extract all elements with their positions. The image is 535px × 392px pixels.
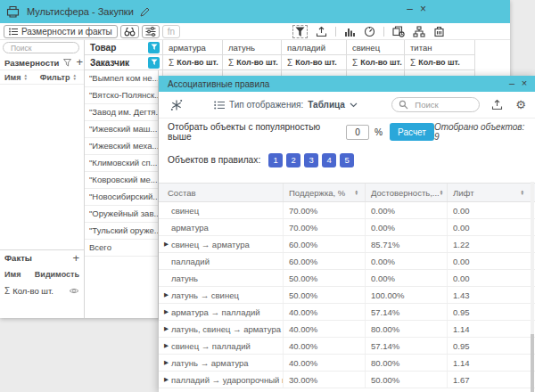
- expander-icon[interactable]: ▶: [164, 308, 171, 315]
- pivot-measure-cell[interactable]: ΣКол-во шт.: [282, 55, 347, 70]
- rules-settings-icon[interactable]: [169, 98, 184, 112]
- pivot-row-label[interactable]: "Вымпел ком не...: [85, 70, 158, 87]
- rule-name: арматура: [171, 223, 209, 233]
- name-column-label[interactable]: Имя: [4, 73, 21, 82]
- rule-name: палладий → ударопрочный п...: [171, 375, 284, 385]
- rules-table-row[interactable]: ▶латунь, свинец → арматура40.00%80.00%1.…: [159, 321, 535, 338]
- dimensions-facts-button[interactable]: Размерности и факты: [4, 25, 118, 38]
- rule-objects-count-button[interactable]: 4: [322, 153, 336, 167]
- rule-support: 50.00%: [284, 287, 366, 303]
- pivot-column-header[interactable]: арматура: [163, 40, 223, 55]
- fn-button[interactable]: fn: [162, 25, 180, 38]
- minimize-button[interactable]: –: [404, 2, 416, 16]
- header-sostav[interactable]: Состав: [159, 184, 284, 201]
- chart-button[interactable]: [344, 27, 356, 37]
- toolbar-divider: [335, 27, 336, 37]
- rules-table-row[interactable]: ▶палладий → ударопрочный п...30.00%50.00…: [159, 372, 535, 388]
- export-button[interactable]: [316, 26, 327, 37]
- scrollbar-thumb[interactable]: [531, 334, 534, 392]
- calculate-button[interactable]: Расчет: [390, 123, 434, 141]
- rules-table-row[interactable]: ▶свинец → арматура60.00%85.71%1.22: [159, 236, 535, 253]
- rules-table-row[interactable]: ▶латунь → арматура40.00%80.00%1.14: [159, 355, 535, 372]
- modal-export-button[interactable]: [491, 99, 503, 110]
- pivot-row-label[interactable]: "Тульский оруже...: [85, 223, 158, 240]
- rule-support: 70.00%: [284, 219, 366, 235]
- add-dimension-button[interactable]: +: [76, 58, 83, 67]
- sort-icon[interactable]: ▲▼: [440, 190, 443, 196]
- pivot-row-label[interactable]: "Ижевский маш...: [85, 121, 158, 138]
- modal-search-input[interactable]: [413, 99, 479, 110]
- pivot-column-header[interactable]: палладий: [282, 40, 347, 55]
- filter-toolbar-button[interactable]: [292, 25, 308, 38]
- popularity-threshold-input[interactable]: [346, 125, 369, 140]
- search-input[interactable]: [3, 42, 79, 53]
- pivot-measure-cell[interactable]: ΣКол-во шт.: [347, 55, 405, 70]
- pivot-column-header[interactable]: свинец: [347, 40, 405, 55]
- expander-icon[interactable]: ▶: [164, 241, 171, 248]
- rule-objects-count-button[interactable]: 3: [304, 153, 318, 167]
- sort-icon[interactable]: ▲▼: [521, 190, 524, 196]
- rules-table-row[interactable]: ▶свинец70.00%0.00%0.00: [159, 202, 535, 219]
- expander-icon[interactable]: ▶: [164, 325, 171, 332]
- rule-confidence: 80.00%: [366, 321, 448, 337]
- fact-row[interactable]: Σ Кол-во шт.: [0, 283, 84, 298]
- header-confidence[interactable]: Достоверность,... ▲▼: [366, 184, 448, 201]
- modal-search[interactable]: [391, 97, 480, 112]
- funnel-outline-icon[interactable]: [63, 59, 71, 67]
- filter-chip-icon[interactable]: [148, 57, 160, 69]
- pivot-row-label[interactable]: "Оружейный зав...: [85, 206, 158, 223]
- rules-table-row[interactable]: ▶свинец → палладий40.00%57.14%0.95: [159, 338, 535, 355]
- rules-table-row[interactable]: ▶латунь → свинец50.00%100.00%1.43: [159, 287, 535, 304]
- rule-objects-count-button[interactable]: 5: [340, 153, 354, 167]
- visibility-eye-icon[interactable]: [69, 287, 79, 295]
- archive-button[interactable]: [433, 26, 445, 37]
- edit-title-icon[interactable]: [140, 7, 150, 17]
- sort-icon[interactable]: ▲▼: [355, 190, 358, 196]
- modal-scrollbar[interactable]: [531, 182, 534, 392]
- gauge-button[interactable]: [364, 26, 375, 37]
- rule-objects-count-button[interactable]: 2: [286, 153, 300, 167]
- rules-table-row[interactable]: ▶палладий60.00%0.00%0.00: [159, 253, 535, 270]
- gear-icon[interactable]: ⚙: [515, 99, 526, 110]
- rules-table-row[interactable]: ▶арматура → палладий40.00%57.14%0.95: [159, 304, 535, 321]
- header-lift[interactable]: Лифт ▲▼: [448, 184, 531, 201]
- pivot-row-label[interactable]: "Климовский сп...: [85, 155, 158, 172]
- filter-chip-icon[interactable]: [148, 42, 160, 53]
- expander-icon[interactable]: ▶: [164, 342, 171, 349]
- sort-icon[interactable]: ▲▼: [23, 74, 27, 80]
- sort-icon[interactable]: ▲▼: [72, 74, 76, 80]
- pivot-row-label[interactable]: "Завод им. Дегтя...: [85, 104, 158, 121]
- rules-table-row[interactable]: ▶арматура70.00%0.00%0.00: [159, 219, 535, 236]
- modal-minimize-button[interactable]: –: [506, 77, 517, 90]
- pivot-measure-cell[interactable]: ΣКол-во шт.: [405, 55, 475, 70]
- pivot-row-label[interactable]: "Ковровский ме...: [85, 172, 158, 189]
- search-objects-button[interactable]: [120, 25, 139, 38]
- pivot-dim-tovar[interactable]: Товар: [85, 40, 163, 55]
- pivot-measure-cell[interactable]: ΣКол-во шт.: [223, 55, 282, 70]
- object-count-buttons: 12345: [268, 153, 354, 167]
- rule-lift: 1.43: [448, 287, 531, 303]
- pivot-measure-cell[interactable]: ΣКол-во шт.: [163, 55, 223, 70]
- rule-objects-count-button[interactable]: 1: [268, 153, 283, 167]
- pivot-row-label[interactable]: "Вятско-Полянск...: [85, 87, 158, 104]
- filter-column-label[interactable]: Фильтр: [40, 73, 70, 82]
- settings-sliders-button[interactable]: [142, 25, 160, 38]
- pivot-column-header[interactable]: титан: [405, 40, 475, 55]
- pivot-dim-zakazchik[interactable]: Заказчик: [85, 55, 163, 70]
- expander-icon[interactable]: ▶: [164, 291, 171, 298]
- pivot-row-label[interactable]: "Ижевский меха...: [85, 138, 158, 155]
- pivot-column-header[interactable]: латунь: [223, 40, 282, 55]
- pivot-row-label[interactable]: "Новосибирский...: [85, 189, 158, 206]
- header-support[interactable]: Поддержка, % ▲▼: [284, 184, 366, 201]
- rules-table-row[interactable]: ▶латунь50.00%0.00%0.00: [159, 270, 535, 287]
- expander-icon[interactable]: ▶: [164, 376, 171, 383]
- copy-button[interactable]: [392, 26, 405, 37]
- expander-icon[interactable]: ▶: [164, 359, 171, 366]
- pivot-row-label[interactable]: Всего: [85, 240, 158, 257]
- hierarchy-button[interactable]: [413, 26, 425, 37]
- rule-name: латунь → арматура: [171, 358, 249, 368]
- display-type-control[interactable]: Тип отображения: Таблица: [214, 100, 358, 110]
- close-button[interactable]: ×: [417, 2, 429, 16]
- modal-close-button[interactable]: ×: [519, 77, 530, 90]
- add-fact-button[interactable]: +: [72, 254, 79, 263]
